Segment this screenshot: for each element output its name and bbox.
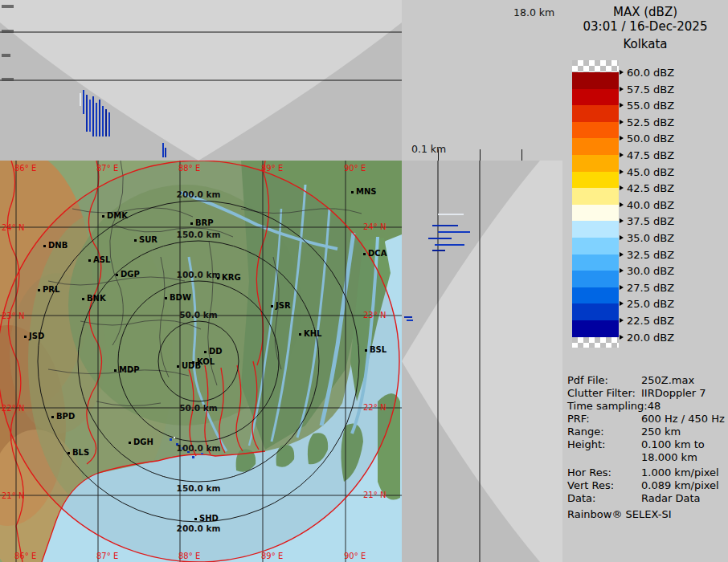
scale-tick-icon	[620, 285, 624, 290]
svg-text:86° E: 86° E	[14, 552, 36, 560]
city-label: SHD	[199, 514, 219, 523]
svg-text:90° E: 90° E	[344, 552, 366, 560]
ew-profile-graphic	[0, 0, 402, 161]
city-label: DGH	[133, 438, 153, 446]
scale-row: 57.5 dBZ	[620, 83, 674, 96]
svg-text:100.0 km: 100.0 km	[177, 443, 221, 453]
scale-row: 35.0 dBZ	[620, 231, 674, 244]
scale-band	[572, 105, 619, 122]
scale-value: 32.5 dBZ	[627, 249, 674, 261]
svg-text:21° N: 21° N	[363, 491, 386, 499]
city-label: BPD	[56, 412, 75, 421]
svg-text:88° E: 88° E	[178, 164, 200, 173]
height-axis-tick	[480, 149, 481, 161]
city-dot	[82, 298, 84, 300]
scale-value: 57.5 dBZ	[627, 83, 674, 96]
scale-band	[572, 155, 619, 172]
scale-overflow-top	[572, 60, 619, 72]
svg-text:24° N: 24° N	[363, 222, 386, 231]
meta-row: Clutter Filter:IIRDoppler 7	[567, 387, 726, 400]
scale-value: 47.5 dBZ	[627, 149, 674, 161]
scale-row: 20.0 dBZ	[620, 331, 674, 344]
scale-row: 50.0 dBZ	[620, 132, 674, 145]
svg-text:89° E: 89° E	[261, 164, 283, 173]
city-label: DGP	[121, 270, 140, 279]
city-dot	[177, 365, 179, 368]
svg-text:100.0 km: 100.0 km	[177, 270, 221, 279]
scale-tick-icon	[620, 169, 624, 174]
scale-value: 60.0 dBZ	[627, 67, 674, 79]
svg-text:23° N: 23° N	[363, 311, 386, 320]
scale-value: 52.5 dBZ	[627, 116, 674, 128]
city-label: BNK	[87, 294, 107, 303]
scale-tick-icon	[620, 268, 624, 273]
scale-value: 35.0 dBZ	[627, 232, 674, 244]
scale-row: 60.0 dBZ	[620, 66, 674, 79]
meta-row: Range:250 km	[567, 426, 726, 438]
city-label: JSR	[275, 301, 291, 310]
product-datetime: 03:01 / 16-Dec-2025	[562, 19, 728, 34]
city-label: BDW	[170, 293, 191, 302]
svg-text:200.0 km: 200.0 km	[177, 189, 221, 199]
svg-text:22° N: 22° N	[363, 403, 386, 412]
meta-row: PRF:600 Hz / 450 Hz	[567, 413, 726, 426]
station-name: Kolkata	[562, 37, 728, 51]
scale-value: 27.5 dBZ	[627, 282, 674, 294]
city-label: JSD	[28, 332, 44, 340]
city-dot	[299, 333, 301, 336]
ns-profile-graphic	[402, 161, 562, 562]
svg-text:87° E: 87° E	[96, 552, 118, 560]
svg-text:89° E: 89° E	[261, 552, 283, 560]
city-dot	[24, 336, 27, 338]
city-dot	[365, 349, 367, 352]
scale-value: 20.0 dBZ	[627, 332, 674, 344]
meta-row: Time sampling:48	[567, 400, 726, 413]
scale-tick-icon	[620, 335, 624, 340]
svg-text:200.0 km: 200.0 km	[177, 523, 221, 533]
svg-text:24° N: 24° N	[2, 223, 24, 232]
scale-row: 22.5 dBZ	[620, 314, 674, 327]
city-dot	[102, 215, 104, 218]
meta-row: Data:Radar Data	[567, 492, 726, 505]
scale-tick-icon	[620, 301, 624, 306]
city-dot	[67, 452, 70, 454]
scale-band	[572, 188, 619, 205]
city-dot	[43, 245, 46, 247]
city-label: DNB	[48, 241, 67, 250]
svg-text:87° E: 87° E	[96, 164, 118, 173]
scale-band	[572, 287, 619, 304]
city-label: UDB	[182, 361, 201, 370]
city-dot	[38, 289, 40, 291]
scale-band	[572, 303, 619, 320]
scale-row: 30.0 dBZ	[620, 264, 674, 277]
ew-profile-panel	[0, 0, 402, 161]
city-dot	[217, 277, 219, 279]
scale-band	[572, 238, 619, 255]
software-branding: Rainbow® SELEX-SI	[567, 508, 726, 521]
meta-row: Pdf File:250Z.max	[567, 374, 726, 387]
radar-map: 86° E 87° E 88° E 89° E 90° E 86° E 87° …	[0, 161, 402, 562]
city-label: SUR	[139, 235, 157, 244]
ns-profile-panel	[402, 161, 562, 562]
scale-value: 25.0 dBZ	[627, 298, 674, 310]
city-label: PRL	[43, 285, 60, 294]
scale-tick-icon	[620, 103, 624, 108]
meta-row: Hor Res:1.000 km/pixel	[567, 466, 726, 479]
svg-text:22° N: 22° N	[2, 404, 24, 413]
scale-value: 30.0 dBZ	[627, 265, 674, 277]
svg-text:50.0 km: 50.0 km	[179, 310, 218, 320]
city-label: BLS	[72, 448, 89, 457]
scale-tick-icon	[620, 218, 624, 223]
scale-tick-icon	[620, 120, 624, 124]
height-axis-max-label: 18.0 km	[513, 6, 554, 18]
meta-row: Height:0.100 km to	[567, 438, 726, 451]
scale-band	[572, 271, 619, 287]
scale-tick-icon	[620, 235, 624, 240]
city-label: KHL	[304, 329, 322, 338]
svg-text:86° E: 86° E	[14, 164, 36, 173]
color-scale	[572, 60, 619, 348]
scale-row: 47.5 dBZ	[620, 149, 674, 161]
scale-row: 42.5 dBZ	[620, 181, 674, 194]
city-dot	[194, 518, 197, 520]
city-dot	[114, 369, 117, 372]
